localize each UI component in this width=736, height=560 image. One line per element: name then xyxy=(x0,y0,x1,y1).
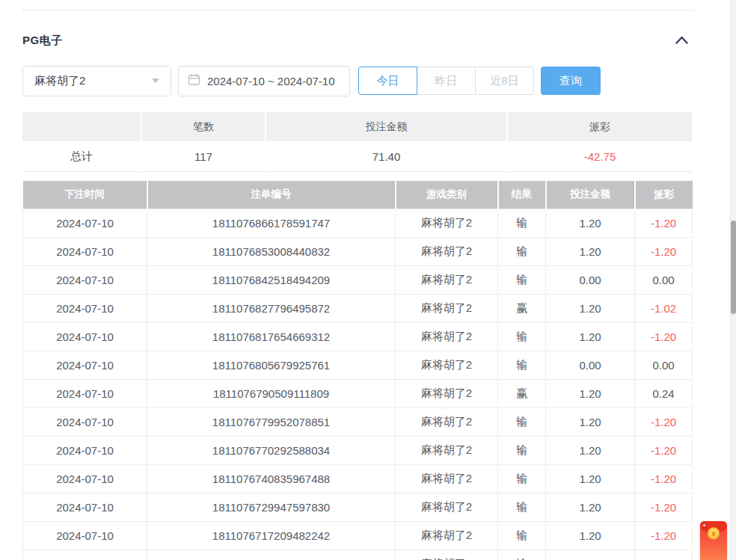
cell-result: 输 xyxy=(498,237,546,265)
cell-result: 输 xyxy=(498,351,546,379)
calendar-icon xyxy=(188,73,200,89)
cell-bet-amount: 1.20 xyxy=(546,379,635,407)
cell-result: 输 xyxy=(498,209,546,237)
table-row: 2024-07-10 1811076729947597830 麻将胡了2 输 1… xyxy=(23,493,693,521)
cell-bet-date: 2024-07-10 xyxy=(23,237,147,265)
cell-bet-id: 1811076706736318976 xyxy=(147,550,396,560)
summary-table: 笔数 投注金额 派彩 总计 117 71.40 -42.75 xyxy=(22,112,692,172)
cell-bet-amount: 1.20 xyxy=(546,209,635,237)
cell-payout: -1.20 xyxy=(635,550,693,560)
cell-bet-date: 2024-07-10 xyxy=(23,436,147,464)
cell-bet-amount: 1.20 xyxy=(546,464,635,493)
cell-bet-date: 2024-07-10 xyxy=(23,322,147,351)
cell-bet-amount: 1.20 xyxy=(546,521,635,550)
vertical-scrollbar-track[interactable] xyxy=(730,0,736,560)
section-divider xyxy=(22,10,692,10)
cell-bet-amount: 1.20 xyxy=(546,322,635,351)
vertical-scrollbar-thumb[interactable] xyxy=(731,221,736,314)
cell-game-type: 麻将胡了2 xyxy=(396,464,498,493)
cell-payout: -1.20 xyxy=(635,521,693,550)
cell-result: 输 xyxy=(498,521,546,550)
table-row: 2024-07-10 1811076805679925761 麻将胡了2 输 0… xyxy=(23,351,693,379)
cell-payout: -1.20 xyxy=(635,237,693,265)
cell-result: 赢 xyxy=(498,294,546,322)
cell-bet-id: 1811076717209482242 xyxy=(147,521,396,550)
quick-tab-today[interactable]: 今日 xyxy=(358,67,417,95)
cell-bet-date: 2024-07-10 xyxy=(23,265,147,294)
table-row: 2024-07-10 1811076790509111809 麻将胡了2 赢 1… xyxy=(23,379,693,407)
summary-total-label: 总计 xyxy=(22,141,141,172)
table-row: 2024-07-10 1811076740835967488 麻将胡了2 输 1… xyxy=(23,464,693,493)
cell-bet-date: 2024-07-10 xyxy=(23,407,147,436)
cell-bet-id: 1811076740835967488 xyxy=(147,464,396,493)
query-button[interactable]: 查询 xyxy=(541,67,601,95)
cell-game-type: 麻将胡了2 xyxy=(396,209,498,237)
cell-bet-date: 2024-07-10 xyxy=(23,464,147,493)
summary-header-bet-amount: 投注金额 xyxy=(266,112,506,141)
cell-result: 输 xyxy=(498,436,546,464)
cell-payout: -1.02 xyxy=(635,294,693,322)
cell-game-type: 麻将胡了2 xyxy=(396,436,498,464)
collapse-button[interactable] xyxy=(672,33,690,48)
table-row: 2024-07-10 1811076842518494209 麻将胡了2 输 0… xyxy=(23,265,693,294)
cell-result: 赢 xyxy=(498,379,546,407)
cell-result: 输 xyxy=(498,550,546,560)
cell-result: 输 xyxy=(498,322,546,351)
cell-bet-amount: 0.00 xyxy=(546,265,635,294)
cell-bet-id: 1811076729947597830 xyxy=(147,493,396,521)
cell-bet-id: 1811076779952078851 xyxy=(147,407,396,436)
cell-payout: -1.20 xyxy=(635,464,693,493)
cell-game-type: 麻将胡了2 xyxy=(396,493,498,521)
cell-game-type: 麻将胡了2 xyxy=(396,407,498,436)
quick-tab-yesterday[interactable]: 昨日 xyxy=(417,67,476,95)
col-header-bet-time: 下注时间 xyxy=(23,181,147,209)
cell-game-type: 麻将胡了2 xyxy=(396,237,498,265)
cell-bet-date: 2024-07-10 xyxy=(23,521,147,550)
cell-bet-amount: 1.20 xyxy=(546,294,635,322)
cell-result: 输 xyxy=(498,493,546,521)
red-envelope-float-button[interactable]: ¥ xyxy=(700,521,727,560)
red-envelope-highlight-dot xyxy=(703,524,705,526)
cell-result: 输 xyxy=(498,464,546,493)
col-header-game-type: 游戏类别 xyxy=(396,181,498,209)
report-section: PG电子 麻将胡了2 2024-07-10 ~ 2024-07-10 xyxy=(22,0,692,560)
cell-payout: -1.20 xyxy=(635,209,693,237)
summary-count-value: 117 xyxy=(142,141,265,172)
cell-bet-id: 1811076866178591747 xyxy=(147,209,396,237)
game-select-value: 麻将胡了2 xyxy=(34,74,85,88)
quick-tab-last8days[interactable]: 近8日 xyxy=(475,67,534,95)
table-row: 2024-07-10 1811076717209482242 麻将胡了2 输 1… xyxy=(23,521,693,550)
col-header-bet-id: 注单编号 xyxy=(147,181,396,209)
cell-bet-amount: 1.20 xyxy=(546,550,635,560)
cell-payout: -1.20 xyxy=(635,436,693,464)
cell-payout: 0.00 xyxy=(635,351,693,379)
table-row: 2024-07-10 1811076706736318976 麻将胡了2 输 1… xyxy=(23,550,693,560)
cell-payout: 0.00 xyxy=(635,265,693,294)
cell-bet-amount: 1.20 xyxy=(546,407,635,436)
cell-bet-amount: 0.00 xyxy=(546,351,635,379)
date-range-picker[interactable]: 2024-07-10 ~ 2024-07-10 xyxy=(178,66,350,96)
bet-table-header-row: 下注时间 注单编号 游戏类别 结果 投注金额 派彩 xyxy=(23,181,693,209)
table-row: 2024-07-10 1811076827796495872 麻将胡了2 赢 1… xyxy=(23,294,693,322)
col-header-result: 结果 xyxy=(498,181,546,209)
bet-table-body: 2024-07-10 1811076866178591747 麻将胡了2 输 1… xyxy=(23,209,693,560)
cell-game-type: 麻将胡了2 xyxy=(396,550,498,560)
cell-game-type: 麻将胡了2 xyxy=(396,521,498,550)
summary-header-blank xyxy=(22,112,141,141)
cell-bet-amount: 1.20 xyxy=(546,436,635,464)
cell-bet-date: 2024-07-10 xyxy=(23,351,147,379)
chevron-down-icon xyxy=(152,79,159,83)
cell-bet-id: 1811076842518494209 xyxy=(147,265,396,294)
cell-payout: -1.20 xyxy=(635,322,693,351)
cell-payout: 0.24 xyxy=(635,379,693,407)
cell-bet-date: 2024-07-10 xyxy=(23,550,147,560)
cell-bet-amount: 1.20 xyxy=(546,237,635,265)
cell-bet-id: 1811076817654669312 xyxy=(147,322,396,351)
game-select[interactable]: 麻将胡了2 xyxy=(22,66,171,96)
date-range-value: 2024-07-10 ~ 2024-07-10 xyxy=(207,75,335,87)
cell-game-type: 麻将胡了2 xyxy=(396,294,498,322)
cell-bet-date: 2024-07-10 xyxy=(23,209,147,237)
summary-bet-amount-value: 71.40 xyxy=(266,141,506,172)
cell-game-type: 麻将胡了2 xyxy=(396,265,498,294)
cell-bet-id: 1811076790509111809 xyxy=(147,379,396,407)
